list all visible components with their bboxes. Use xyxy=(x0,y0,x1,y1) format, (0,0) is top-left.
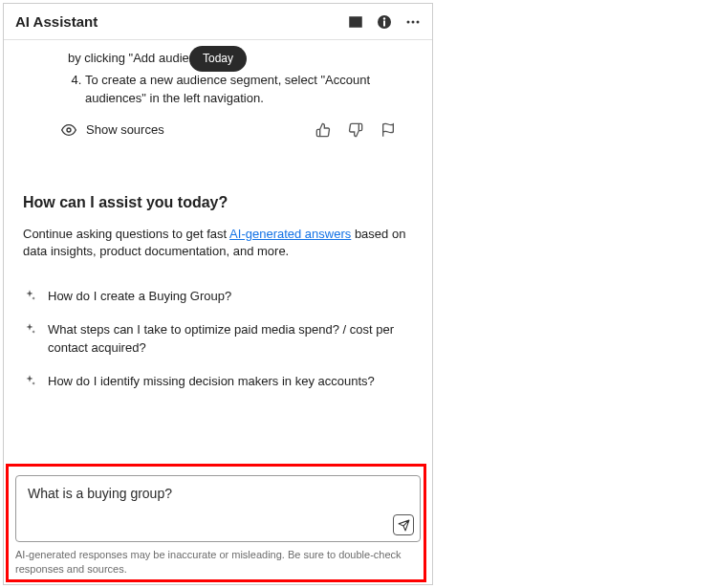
thumbs-down-icon[interactable] xyxy=(348,122,363,138)
list-item: To create a new audience segment, select… xyxy=(85,72,413,108)
today-pill: Today xyxy=(189,46,247,72)
sparkle-icon xyxy=(23,289,36,302)
send-button[interactable] xyxy=(393,514,414,535)
svg-point-6 xyxy=(412,20,415,23)
thumbs-up-icon[interactable] xyxy=(315,122,331,138)
fullscreen-icon[interactable] xyxy=(348,14,363,30)
ai-answers-link[interactable]: AI-generated answers xyxy=(229,227,351,241)
panel-title: AI Assistant xyxy=(15,13,340,30)
sparkle-icon xyxy=(23,322,36,336)
eye-icon[interactable] xyxy=(61,122,76,138)
intro-text: Continue asking questions to get fast AI… xyxy=(23,226,413,262)
more-icon[interactable] xyxy=(405,14,421,30)
panel-header: AI Assistant xyxy=(4,4,432,40)
feedback-icons xyxy=(315,122,413,138)
sources-row: Show sources xyxy=(23,121,413,140)
ai-assistant-panel: AI Assistant Today by clicking "Add audi… xyxy=(3,3,433,585)
svg-rect-4 xyxy=(383,20,385,26)
intro-pre: Continue asking questions to get fast xyxy=(23,227,229,241)
suggestion-item[interactable]: How do I identify missing decision maker… xyxy=(23,373,413,391)
info-icon[interactable] xyxy=(377,14,392,30)
show-sources-label[interactable]: Show sources xyxy=(86,121,306,140)
svg-point-8 xyxy=(67,128,71,132)
assist-heading: How can I assist you today? xyxy=(23,191,413,213)
suggestion-item[interactable]: What steps can I take to optimize paid m… xyxy=(23,321,413,358)
disclaimer-text: AI-generated responses may be inaccurate… xyxy=(15,548,421,577)
suggestion-text: What steps can I take to optimize paid m… xyxy=(48,321,413,358)
suggestion-text: How do I create a Buying Group? xyxy=(48,288,231,306)
input-area: What is a buying group? AI-generated res… xyxy=(4,471,432,584)
svg-point-7 xyxy=(417,20,420,23)
chat-input-box: What is a buying group? xyxy=(15,475,421,542)
suggestions-list: How do I create a Buying Group? What ste… xyxy=(23,288,413,390)
svg-point-3 xyxy=(383,17,385,19)
sparkle-icon xyxy=(23,374,36,387)
suggestion-item[interactable]: How do I create a Buying Group? xyxy=(23,288,413,306)
chat-input[interactable]: What is a buying group? xyxy=(28,486,408,501)
flag-icon[interactable] xyxy=(380,122,396,138)
header-actions xyxy=(348,14,421,30)
svg-rect-1 xyxy=(350,17,361,27)
send-icon xyxy=(398,519,410,532)
suggestion-text: How do I identify missing decision maker… xyxy=(48,373,375,391)
panel-content: Today by clicking "Add audience" To crea… xyxy=(4,40,432,471)
svg-point-5 xyxy=(407,20,410,23)
